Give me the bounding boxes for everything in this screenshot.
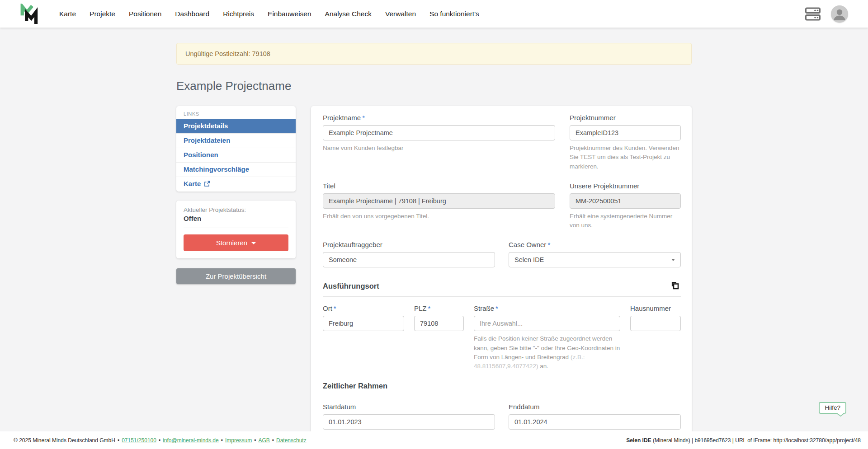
projektnummer-input[interactable] [570,125,681,140]
footer-user: Selen IDE [626,437,651,444]
strasse-help: Falls die Position keiner Straße zugeord… [474,334,620,371]
status-label: Aktueller Projektstatus: [184,206,288,213]
sidebar-item-projektdetails[interactable]: Projektdetails [176,119,296,133]
strasse-label: Straße* [474,304,620,312]
titel-label: Titel [323,182,555,190]
nav-item-analyse-check[interactable]: Analyse Check [318,6,378,22]
projektauftraggeber-label: Projektauftraggeber [323,241,495,248]
projektnummer-label: Projektnummer [570,114,681,122]
titel-help: Erhält den von uns vorgegebenen Titel. [323,212,555,221]
footer-session-info: Selen IDE (Mineral Minds) | b91695ed7623… [626,437,861,444]
projektname-field: Projektname* Name vom Kunden festlegbar [323,114,555,171]
stornieren-label: Stornieren [216,239,247,247]
hausnummer-input[interactable] [630,316,681,331]
footer-email-link[interactable]: info@mineral-minds.de [163,437,219,444]
hilfe-button[interactable]: Hilfe? [819,402,846,414]
nav-item-karte[interactable]: Karte [52,6,83,22]
startdatum-input[interactable] [323,414,495,430]
nav-item-projekte[interactable]: Projekte [83,6,122,22]
sidebar-item-label: Positionen [184,151,218,159]
footer-datenschutz-link[interactable]: Datenschutz [276,437,307,444]
divider [323,395,681,395]
hausnummer-field: Hausnummer [630,304,681,371]
projektnummer-field: Projektnummer Projektnummer des Kunden. … [570,114,681,171]
required-asterisk: * [547,241,550,248]
chevron-down-icon [251,242,256,244]
server-icon[interactable] [805,7,821,21]
startdatum-label: Startdatum [323,403,495,411]
plz-label: PLZ* [414,304,464,312]
footer-agb-link[interactable]: AGB [258,437,269,444]
strasse-input[interactable] [474,316,620,331]
main-nav: Karte Projekte Positionen Dashboard Rich… [52,6,486,22]
links-card: LINKS Projektdetails Projektdateien Posi… [176,106,296,192]
page-title: Example Projectname [176,79,692,100]
nav-item-so-funktionierts[interactable]: So funktioniert's [423,6,486,22]
footer-phone-link[interactable]: 07151/250100 [122,437,156,444]
plz-field: PLZ* [414,304,464,371]
projektname-input[interactable] [323,125,555,140]
nav-item-richtpreis[interactable]: Richtpreis [216,6,261,22]
copy-icon[interactable] [669,280,681,292]
footer: © 2025 Mineral Minds Deutschland GmbH•07… [0,431,868,449]
required-asterisk: * [495,304,498,312]
external-link-icon [204,181,210,187]
unsere-projektnummer-field: Unsere Projektnummer Erhält eine systemg… [570,182,681,230]
sidebar-item-matchingvorschlaege[interactable]: Matchingvorschläge [176,162,296,177]
unsere-projektnummer-input [570,193,681,209]
sidebar-item-label: Matchingvorschläge [184,165,249,173]
mineral-minds-logo[interactable] [20,4,41,24]
unsere-projektnummer-label: Unsere Projektnummer [570,182,681,190]
footer-left: © 2025 Mineral Minds Deutschland GmbH•07… [14,437,307,444]
stornieren-button[interactable]: Stornieren [184,234,288,251]
hausnummer-label: Hausnummer [630,304,681,312]
ort-field: Ort* [323,304,404,371]
projektauftraggeber-field: Projektauftraggeber [323,241,495,267]
unsere-projektnummer-help: Erhält eine systemgenerierte Nummer von … [570,212,681,230]
case-owner-field: Case Owner* Selen IDE [509,241,681,267]
sidebar-item-label: Projektdetails [184,122,228,130]
projektauftraggeber-input[interactable] [323,252,495,267]
startdatum-field: Startdatum [323,403,495,430]
sidebar-item-projektdateien[interactable]: Projektdateien [176,133,296,148]
ort-label: Ort* [323,304,404,312]
links-header: LINKS [176,106,296,119]
case-owner-selected-value: Selen IDE [514,256,544,263]
nav-item-dashboard[interactable]: Dashboard [168,6,216,22]
required-asterisk: * [334,304,336,312]
strasse-field: Straße* Falls die Position keiner Straße… [474,304,620,371]
zeitlicher-rahmen-heading: Zeitlicher Rahmen [323,382,387,390]
project-status-card: Aktueller Projektstatus: Offen Storniere… [176,201,296,258]
user-avatar-icon[interactable] [831,5,848,23]
projektname-help: Name vom Kunden festlegbar [323,144,555,153]
top-navbar: Karte Projekte Positionen Dashboard Rich… [0,0,868,28]
required-asterisk: * [428,304,431,312]
titel-input [323,193,555,209]
divider [184,228,288,228]
case-owner-label: Case Owner* [509,241,681,248]
divider [323,296,681,297]
nav-item-positionen[interactable]: Positionen [122,6,168,22]
sidebar-item-label: Karte [184,180,201,187]
nav-item-einbauweisen[interactable]: Einbauweisen [261,6,318,22]
project-details-form: Projektname* Name vom Kunden festlegbar … [311,106,692,445]
enddatum-label: Enddatum [509,403,681,411]
ausfuehrungsort-heading: Ausführungsort [323,282,379,290]
zur-projektuebersicht-button[interactable]: Zur Projektübersicht [176,268,296,284]
postal-code-warning-alert: Ungültige Postleitzahl: 79108 [176,43,692,65]
case-owner-select[interactable]: Selen IDE [509,252,681,267]
projektname-label: Projektname* [323,114,555,122]
footer-impressum-link[interactable]: Impressum [225,437,252,444]
sidebar-item-karte[interactable]: Karte [176,177,296,191]
sidebar-item-label: Projektdateien [184,136,230,144]
enddatum-input[interactable] [509,414,681,430]
enddatum-field: Enddatum [509,403,681,430]
nav-item-verwalten[interactable]: Verwalten [378,6,423,22]
chevron-down-icon [671,259,675,261]
ort-input[interactable] [323,316,404,331]
plz-input[interactable] [414,316,464,331]
projektnummer-help: Projektnummer des Kunden. Verwenden Sie … [570,144,681,171]
titel-field: Titel Erhält den von uns vorgegebenen Ti… [323,182,555,230]
sidebar: LINKS Projektdetails Projektdateien Posi… [176,106,296,284]
sidebar-item-positionen[interactable]: Positionen [176,148,296,162]
